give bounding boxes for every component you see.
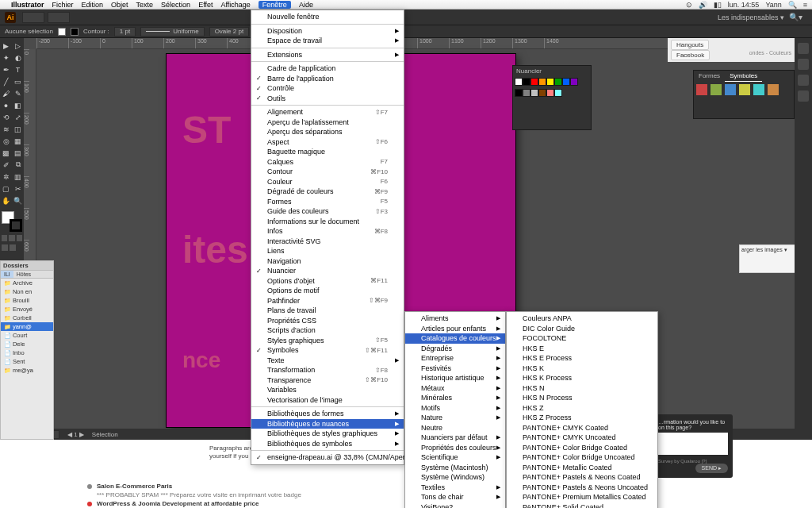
menu-item[interactable]: Barre de l'application xyxy=(251,74,404,84)
menubar-aide[interactable]: Aide xyxy=(299,1,313,9)
screen-modes[interactable] xyxy=(2,244,22,251)
lasso-tool[interactable]: ◐ xyxy=(12,52,24,64)
file-item[interactable]: Dele xyxy=(1,340,53,348)
menu-item[interactable]: Métaux▶ xyxy=(405,383,505,394)
menu-item[interactable]: VisiBone2 xyxy=(405,502,505,509)
menu-item[interactable]: PANTONE+ CMYK Uncoated xyxy=(507,433,657,443)
menu-item[interactable]: HKS N xyxy=(507,383,657,394)
send-button[interactable]: SEND ▸ xyxy=(695,464,728,473)
swatches-panel[interactable]: Nuancier xyxy=(512,65,592,130)
menu-item[interactable]: Variables xyxy=(251,385,404,395)
menu-item[interactable]: PANTONE+ Pastels & Neons Uncoated xyxy=(507,483,657,493)
menu-item[interactable]: Vectorisation de l'image xyxy=(251,395,404,406)
brush-tool[interactable]: 🖌 xyxy=(0,87,12,99)
menu-item[interactable]: Plans de travail xyxy=(251,306,404,316)
menubar-affichage[interactable]: Affichage xyxy=(220,1,250,9)
menu-item[interactable]: Options d'objet⌘F11 xyxy=(251,276,404,287)
eraser-tool[interactable]: ◧ xyxy=(12,99,24,111)
menu-item[interactable]: Espace de travail▶ xyxy=(251,36,404,46)
swatch[interactable] xyxy=(515,78,523,86)
menu-item[interactable]: HKS E Process xyxy=(507,353,657,364)
menubar-edition[interactable]: Edition xyxy=(82,1,104,9)
file-item[interactable]: yann@ xyxy=(1,322,53,331)
menu-item[interactable]: Dégradé de couleurs⌘F9 xyxy=(251,187,404,197)
stroke-weight-field[interactable]: 1 pt xyxy=(114,27,136,37)
menu-item[interactable]: FormesF5 xyxy=(251,197,404,207)
menu-item[interactable]: Couleurs ANPA xyxy=(507,314,657,324)
menubar-objet[interactable]: Objet xyxy=(111,1,128,9)
menu-item[interactable]: Aperçu de l'aplatissement xyxy=(251,117,404,128)
symbol-thumb[interactable] xyxy=(710,84,722,95)
fill-swatch[interactable] xyxy=(58,28,66,36)
shape-builder-tool[interactable]: ◎ xyxy=(0,135,12,147)
rectangle-tool[interactable]: ▭ xyxy=(12,75,24,87)
free-transform-tool[interactable]: ◫ xyxy=(12,123,24,135)
feedback-popup[interactable]: …rmation would you like to on this page?… xyxy=(653,414,733,478)
pen-tool[interactable]: ✒ xyxy=(0,64,12,75)
finder-toolbar-peek[interactable]: arger les images ▾ xyxy=(739,244,802,273)
swatch[interactable] xyxy=(562,78,570,86)
swatch[interactable] xyxy=(554,78,562,86)
menu-item[interactable]: Alignement⇧F7 xyxy=(251,107,404,117)
files-panel[interactable]: Dossiers ILIHôtes ArchiveNon enBrouillEn… xyxy=(0,260,54,440)
tab-symboles[interactable]: Symboles xyxy=(725,71,762,82)
menu-item[interactable]: FOCOLTONE xyxy=(507,333,657,344)
menu-item[interactable]: Textiles▶ xyxy=(405,483,505,493)
menu-item[interactable]: Informations sur le document xyxy=(251,217,404,227)
menu-item[interactable]: Contour⌘F10 xyxy=(251,167,404,177)
volume-icon[interactable]: 🔊 xyxy=(699,1,707,9)
artboard-tool[interactable]: ▢ xyxy=(0,183,12,194)
graph-tool[interactable]: ▥ xyxy=(12,171,24,183)
draw-modes[interactable] xyxy=(2,235,22,241)
menu-item[interactable]: HKS Z Process xyxy=(507,413,657,423)
type-tool[interactable]: T xyxy=(12,64,24,75)
file-item[interactable]: Non en xyxy=(1,287,53,296)
direct-selection-tool[interactable]: ▷ xyxy=(12,40,24,52)
safari-tab-1[interactable]: Hangouts xyxy=(671,40,709,50)
menubar-selection[interactable]: Sélection xyxy=(161,1,190,9)
menubar-effet[interactable]: Effet xyxy=(198,1,213,9)
symbol-thumb[interactable] xyxy=(768,84,779,95)
menu-item[interactable]: Historique artistique▶ xyxy=(405,373,505,383)
swatch[interactable] xyxy=(546,78,554,86)
swatch[interactable] xyxy=(538,89,546,97)
selection-tool[interactable]: ▶ xyxy=(0,40,12,52)
menu-item[interactable]: PANTONE+ Pastels & Neons Coated xyxy=(507,472,657,483)
menu-item[interactable]: Cadre de l'application xyxy=(251,64,404,74)
rotate-tool[interactable]: ⟲ xyxy=(0,111,12,123)
pencil-tool[interactable]: ✎ xyxy=(12,87,24,99)
menu-item[interactable]: Guide des couleurs⇧F3 xyxy=(251,206,404,217)
files-tab-2[interactable]: Hôtes xyxy=(13,271,34,278)
slice-tool[interactable]: ✂ xyxy=(12,183,24,194)
swatch[interactable] xyxy=(523,78,530,86)
symbol-thumb[interactable] xyxy=(696,84,707,95)
file-item[interactable]: Sent xyxy=(1,357,53,366)
line-tool[interactable]: ╱ xyxy=(0,75,12,87)
panel-icon-4[interactable] xyxy=(798,90,809,102)
menu-item[interactable]: Entreprise▶ xyxy=(405,353,505,364)
menu-item[interactable]: HKS N Process xyxy=(507,393,657,403)
menu-item[interactable]: Dégradés▶ xyxy=(405,344,505,354)
menu-item[interactable]: Bibliothèques de styles graphiques▶ xyxy=(251,429,404,439)
stroke-swatch[interactable] xyxy=(71,28,79,36)
width-tool[interactable]: ≋ xyxy=(0,123,12,135)
menu-item[interactable]: Tons de chair▶ xyxy=(405,492,505,502)
blob-tool[interactable]: ● xyxy=(0,99,12,111)
menu-item[interactable]: Transparence⇧⌘F10 xyxy=(251,375,404,386)
menu-item[interactable]: PANTONE+ Solid Coated xyxy=(507,502,657,509)
symbol-thumb[interactable] xyxy=(725,84,736,95)
menubar-fenetre[interactable]: Fenêtre xyxy=(259,1,291,9)
menu-item[interactable]: PANTONE+ CMYK Coated xyxy=(507,423,657,433)
menu-item[interactable]: Symboles⇧⌘F11 xyxy=(251,345,404,356)
swatch[interactable] xyxy=(523,89,530,97)
blend-tool[interactable]: ⧉ xyxy=(12,159,24,171)
file-item[interactable]: Archive xyxy=(1,279,53,287)
menu-item[interactable]: Articles pour enfants▶ xyxy=(405,324,505,334)
symbol-thumb[interactable] xyxy=(739,84,750,95)
file-item[interactable]: me@ya xyxy=(1,366,53,375)
gradient-tool[interactable]: ▤ xyxy=(12,147,24,159)
menu-item[interactable]: Aperçu des séparations xyxy=(251,127,404,137)
menu-item[interactable]: Options de motif xyxy=(251,286,404,296)
file-item[interactable]: Corbeil xyxy=(1,314,53,322)
hand-tool[interactable]: ✋ xyxy=(0,194,12,206)
